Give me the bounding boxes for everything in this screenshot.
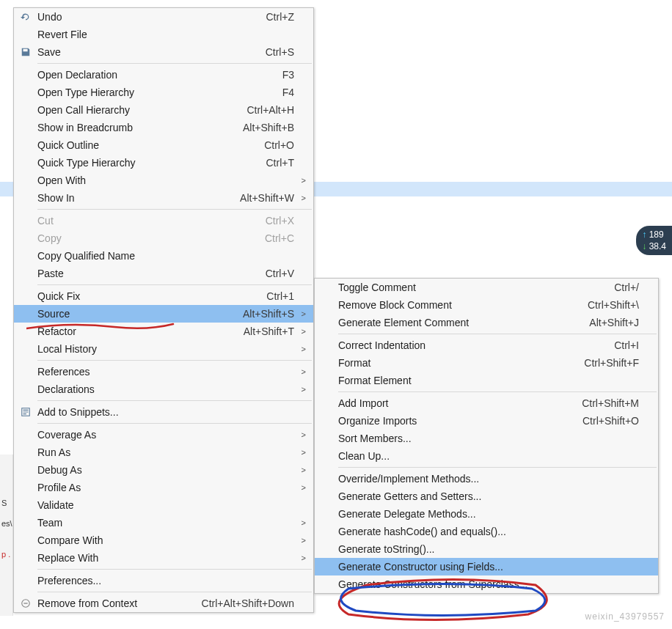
submenu-arrow-icon: > (294, 327, 306, 336)
main-menu-item-local-history[interactable]: Local History> (14, 340, 313, 358)
main-menu-item-run-as[interactable]: Run As> (14, 444, 313, 461)
main-menu-item-copy-qualified-name[interactable]: Copy Qualified Name (14, 247, 313, 265)
menu-item-label: Generate hashCode() and equals()... (338, 526, 639, 537)
menu-item-label: Open With (37, 174, 294, 186)
source-menu-item-generate-constructor-using-fields[interactable]: Generate Constructor using Fields... (315, 558, 658, 575)
menu-item-label: Undo (37, 11, 266, 23)
download-arrow-icon: ↓ (642, 241, 646, 251)
undo-icon (14, 12, 37, 22)
source-menu-item-toggle-comment[interactable]: Toggle CommentCtrl+/ (315, 279, 658, 296)
menu-item-shortcut: Ctrl+C (265, 232, 294, 244)
menu-item-shortcut: Alt+Shift+S (243, 308, 294, 320)
menu-item-shortcut: Ctrl+Shift+M (582, 397, 639, 409)
source-menu-item-generate-hashcode-and-equals[interactable]: Generate hashCode() and equals()... (315, 523, 658, 540)
main-menu-item-show-in[interactable]: Show InAlt+Shift+W> (14, 189, 313, 207)
menu-item-label: Organize Imports (338, 415, 582, 427)
main-menu-item-refactor[interactable]: RefactorAlt+Shift+T> (14, 323, 313, 340)
source-menu-item-format-element[interactable]: Format Element (315, 372, 658, 389)
main-menu-item-team[interactable]: Team> (14, 514, 313, 531)
main-menu-item-open-call-hierarchy[interactable]: Open Call HierarchyCtrl+Alt+H (14, 101, 313, 119)
main-menu-item-quick-outline[interactable]: Quick OutlineCtrl+O (14, 136, 313, 154)
menu-item-label: Revert File (37, 29, 294, 40)
side-char: p . (1, 550, 10, 559)
menu-item-shortcut: Ctrl+Shift+\ (588, 299, 639, 311)
main-menu-item-remove-from-context[interactable]: Remove from ContextCtrl+Alt+Shift+Down (14, 595, 313, 612)
source-menu-item-generate-getters-and-setters[interactable]: Generate Getters and Setters... (315, 488, 658, 505)
main-menu-item-compare-with[interactable]: Compare With> (14, 531, 313, 549)
source-menu-item-generate-constructors-from-superclass[interactable]: Generate Constructors from Superclass... (315, 575, 658, 593)
menu-separator (37, 423, 312, 424)
main-menu-item-debug-as[interactable]: Debug As> (14, 461, 313, 479)
menu-separator (37, 569, 312, 570)
menu-item-label: Source (37, 308, 243, 320)
main-menu-item-revert-file[interactable]: Revert File (14, 26, 313, 43)
main-menu-item-coverage-as[interactable]: Coverage As> (14, 426, 313, 444)
menu-item-shortcut: Ctrl+Alt+Shift+Down (202, 597, 294, 609)
source-menu-item-sort-members[interactable]: Sort Members... (315, 430, 658, 447)
submenu-arrow-icon: > (294, 483, 306, 492)
main-menu-item-paste[interactable]: PasteCtrl+V (14, 265, 313, 282)
source-menu-item-remove-block-comment[interactable]: Remove Block CommentCtrl+Shift+\ (315, 296, 658, 314)
main-menu-item-preferences[interactable]: Preferences... (14, 572, 313, 589)
menu-item-shortcut: Alt+Shift+J (589, 317, 639, 328)
menu-separator (37, 400, 312, 401)
source-menu-item-organize-imports[interactable]: Organize ImportsCtrl+Shift+O (315, 412, 658, 430)
menu-item-label: Show In (37, 192, 240, 204)
main-menu-item-open-with[interactable]: Open With> (14, 172, 313, 189)
main-menu-item-cut[interactable]: CutCtrl+X (14, 212, 313, 229)
main-menu-item-quick-fix[interactable]: Quick FixCtrl+1 (14, 287, 313, 305)
menu-item-shortcut: Alt+Shift+B (243, 122, 294, 133)
source-menu-item-add-import[interactable]: Add ImportCtrl+Shift+M (315, 394, 658, 412)
source-menu-item-generate-tostring[interactable]: Generate toString()... (315, 540, 658, 558)
source-menu-item-override-implement-methods[interactable]: Override/Implement Methods... (315, 470, 658, 488)
main-menu-item-open-type-hierarchy[interactable]: Open Type HierarchyF4 (14, 84, 313, 101)
main-menu-item-quick-type-hierarchy[interactable]: Quick Type HierarchyCtrl+T (14, 154, 313, 172)
main-menu-item-add-to-snippets[interactable]: Add to Snippets... (14, 403, 313, 421)
source-menu-item-generate-delegate-methods[interactable]: Generate Delegate Methods... (315, 505, 658, 523)
main-menu-item-show-in-breadcrumb[interactable]: Show in BreadcrumbAlt+Shift+B (14, 119, 313, 136)
menu-item-label: Open Declaration (37, 69, 282, 81)
menu-item-label: Remove from Context (37, 597, 202, 609)
menu-item-shortcut: Ctrl+Alt+H (246, 104, 294, 116)
menu-item-label: Quick Outline (37, 139, 264, 151)
source-menu-item-format[interactable]: FormatCtrl+Shift+F (315, 354, 658, 372)
source-menu-item-clean-up[interactable]: Clean Up... (315, 447, 658, 465)
main-menu-item-open-declaration[interactable]: Open DeclarationF3 (14, 66, 313, 84)
main-menu-item-replace-with[interactable]: Replace With> (14, 549, 313, 567)
menu-item-label: Add to Snippets... (37, 406, 294, 418)
upload-speed: 189 (649, 229, 664, 240)
submenu-arrow-icon: > (294, 448, 306, 457)
menu-item-shortcut: Ctrl+O (264, 139, 294, 151)
main-menu-item-save[interactable]: SaveCtrl+S (14, 43, 313, 61)
menu-item-shortcut: Alt+Shift+W (240, 192, 294, 204)
menu-item-shortcut: Ctrl+V (266, 268, 294, 279)
menu-separator (338, 334, 657, 334)
submenu-arrow-icon: > (294, 194, 306, 202)
source-menu-item-generate-element-comment[interactable]: Generate Element CommentAlt+Shift+J (315, 314, 658, 331)
submenu-arrow-icon: > (294, 176, 306, 185)
menu-item-shortcut: Alt+Shift+T (244, 325, 294, 337)
menu-item-label: Validate (37, 499, 294, 511)
main-menu-item-profile-as[interactable]: Profile As> (14, 479, 313, 496)
source-menu-item-correct-indentation[interactable]: Correct IndentationCtrl+I (315, 336, 658, 354)
menu-item-label: Add Import (338, 397, 582, 409)
menu-separator (338, 467, 657, 468)
menu-item-label: Declarations (37, 383, 294, 395)
menu-item-label: Profile As (37, 482, 294, 493)
main-menu-item-declarations[interactable]: Declarations> (14, 380, 313, 398)
menu-item-label: Open Call Hierarchy (37, 104, 246, 116)
menu-item-label: Clean Up... (338, 450, 639, 462)
download-speed: 38.4 (649, 241, 666, 251)
submenu-arrow-icon: > (294, 385, 306, 394)
menu-item-label: Format Element (338, 375, 639, 386)
menu-item-label: Generate Getters and Setters... (338, 490, 639, 502)
watermark: weixin_43979557 (585, 611, 665, 622)
main-menu-item-copy[interactable]: CopyCtrl+C (14, 229, 313, 247)
main-menu-item-undo[interactable]: UndoCtrl+Z (14, 8, 313, 26)
menu-item-shortcut: Ctrl+Z (266, 11, 295, 23)
main-menu-item-references[interactable]: References> (14, 363, 313, 380)
main-menu-item-validate[interactable]: Validate (14, 496, 313, 514)
main-menu-item-source[interactable]: SourceAlt+Shift+S> (14, 305, 313, 323)
menu-item-shortcut: F4 (282, 87, 294, 98)
menu-item-label: Local History (37, 343, 294, 355)
